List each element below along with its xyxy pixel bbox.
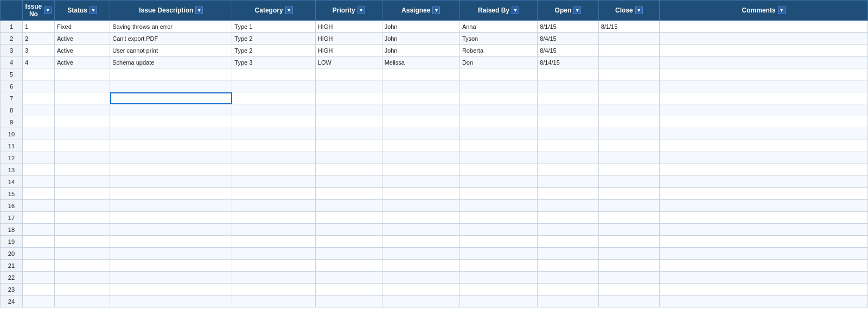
cell-assignee[interactable] [382, 116, 459, 128]
cell-open[interactable] [538, 236, 599, 248]
cell-issue-no[interactable] [22, 272, 54, 284]
cell-assignee[interactable] [382, 152, 459, 164]
cell-comments[interactable] [660, 200, 868, 212]
table-row[interactable]: 44ActiveSchema updateType 3LOWMelissaDon… [1, 56, 868, 68]
table-row[interactable]: 11FixedSaving throws an errorType 1HIGHJ… [1, 21, 868, 33]
cell-category[interactable]: Type 1 [232, 21, 315, 33]
cell-raised-by[interactable] [459, 188, 537, 200]
cell-close[interactable] [598, 212, 660, 224]
cell-issue-desc[interactable] [110, 116, 232, 128]
header-raised-by[interactable]: Raised By ▼ [459, 1, 537, 21]
cell-issue-desc[interactable] [110, 296, 232, 307]
cell-raised-by[interactable] [459, 284, 537, 296]
cell-assignee[interactable] [382, 188, 459, 200]
cell-status[interactable] [54, 68, 110, 80]
cell-close[interactable] [598, 68, 660, 80]
issue-no-dropdown-icon[interactable]: ▼ [44, 7, 52, 14]
comments-dropdown-icon[interactable]: ▼ [778, 7, 786, 14]
cell-category[interactable] [232, 152, 315, 164]
table-row[interactable]: 13 [1, 164, 868, 176]
cell-raised-by[interactable] [459, 164, 537, 176]
cell-issue-no[interactable] [22, 188, 54, 200]
cell-category[interactable] [232, 212, 315, 224]
table-row[interactable]: 16 [1, 200, 868, 212]
cell-close[interactable] [598, 272, 660, 284]
cell-status[interactable] [54, 212, 110, 224]
cell-status[interactable] [54, 116, 110, 128]
cell-issue-desc[interactable] [110, 104, 232, 116]
cell-raised-by[interactable]: Tyson [459, 33, 537, 45]
table-row[interactable]: 10 [1, 128, 868, 140]
cell-issue-desc[interactable]: Schema update [110, 56, 232, 68]
cell-issue-desc[interactable] [110, 236, 232, 248]
cell-open[interactable] [538, 140, 599, 152]
cell-open[interactable] [538, 224, 599, 236]
table-row[interactable]: 6 [1, 80, 868, 92]
table-row[interactable]: 17 [1, 212, 868, 224]
cell-issue-desc[interactable] [110, 176, 232, 188]
cell-raised-by[interactable]: Don [459, 56, 537, 68]
header-assignee[interactable]: Assignee ▼ [382, 1, 459, 21]
cell-assignee[interactable] [382, 80, 459, 92]
cell-status[interactable] [54, 176, 110, 188]
cell-raised-by[interactable] [459, 176, 537, 188]
cell-status[interactable] [54, 140, 110, 152]
cell-open[interactable]: 8/1/15 [538, 21, 599, 33]
cell-issue-no[interactable] [22, 224, 54, 236]
header-status[interactable]: Status ▼ [54, 1, 110, 21]
cell-raised-by[interactable]: Roberta [459, 45, 537, 56]
cell-category[interactable] [232, 248, 315, 260]
cell-raised-by[interactable] [459, 260, 537, 272]
cell-issue-no[interactable] [22, 248, 54, 260]
cell-raised-by[interactable] [459, 296, 537, 307]
cell-comments[interactable] [660, 56, 868, 68]
cell-comments[interactable] [660, 260, 868, 272]
cell-assignee[interactable] [382, 140, 459, 152]
cell-category[interactable]: Type 2 [232, 33, 315, 45]
cell-category[interactable] [232, 68, 315, 80]
cell-open[interactable]: 8/4/15 [538, 33, 599, 45]
cell-issue-no[interactable] [22, 200, 54, 212]
cell-issue-desc[interactable] [110, 224, 232, 236]
table-row[interactable]: 20 [1, 248, 868, 260]
cell-priority[interactable]: HIGH [315, 33, 382, 45]
cell-close[interactable] [598, 200, 660, 212]
cell-open[interactable] [538, 92, 599, 104]
cell-raised-by[interactable] [459, 128, 537, 140]
table-row[interactable]: 12 [1, 152, 868, 164]
cell-close[interactable] [598, 45, 660, 56]
cell-category[interactable] [232, 224, 315, 236]
table-row[interactable]: 21 [1, 260, 868, 272]
cell-comments[interactable] [660, 140, 868, 152]
cell-open[interactable]: 8/14/15 [538, 56, 599, 68]
cell-open[interactable] [538, 116, 599, 128]
cell-assignee[interactable] [382, 164, 459, 176]
cell-close[interactable] [598, 128, 660, 140]
cell-issue-no[interactable] [22, 164, 54, 176]
cell-priority[interactable]: LOW [315, 56, 382, 68]
header-category[interactable]: Category ▼ [232, 1, 315, 21]
cell-comments[interactable] [660, 272, 868, 284]
cell-close[interactable] [598, 104, 660, 116]
cell-assignee[interactable]: John [382, 33, 459, 45]
cell-priority[interactable] [315, 140, 382, 152]
cell-comments[interactable] [660, 212, 868, 224]
cell-priority[interactable] [315, 68, 382, 80]
cell-close[interactable] [598, 33, 660, 45]
cell-priority[interactable] [315, 188, 382, 200]
cell-raised-by[interactable] [459, 272, 537, 284]
cell-issue-no[interactable] [22, 128, 54, 140]
cell-raised-by[interactable] [459, 236, 537, 248]
cell-open[interactable] [538, 248, 599, 260]
cell-issue-desc[interactable] [110, 80, 232, 92]
cell-assignee[interactable] [382, 260, 459, 272]
cell-category[interactable]: Type 2 [232, 45, 315, 56]
cell-status[interactable] [54, 200, 110, 212]
assignee-dropdown-icon[interactable]: ▼ [432, 7, 440, 14]
cell-category[interactable] [232, 116, 315, 128]
cell-status[interactable] [54, 92, 110, 104]
cell-close[interactable] [598, 296, 660, 307]
cell-issue-desc[interactable] [110, 260, 232, 272]
cell-assignee[interactable] [382, 272, 459, 284]
cell-category[interactable] [232, 260, 315, 272]
